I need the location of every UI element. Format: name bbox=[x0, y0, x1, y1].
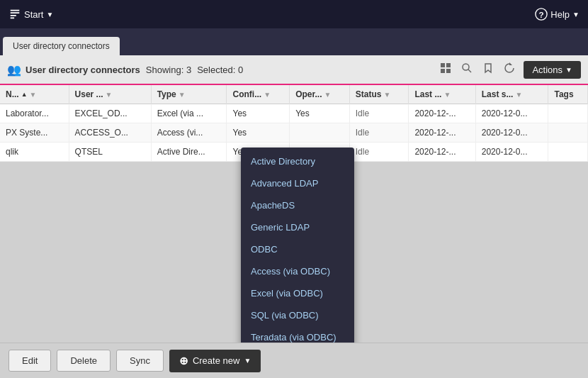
main-content: 👥 User directory connectors Showing: 3 S… bbox=[0, 55, 588, 378]
sync-button[interactable]: Sync bbox=[116, 350, 164, 372]
table-cell bbox=[290, 123, 350, 143]
nav-left: Start ▼ bbox=[9, 8, 53, 21]
col-user: User ... ▼ bbox=[69, 85, 151, 104]
table-cell: Active Dire... bbox=[151, 143, 227, 162]
table-cell: ACCESS_O... bbox=[69, 123, 151, 143]
breadcrumb-tab[interactable]: User directory connectors bbox=[3, 37, 120, 55]
table-cell: Access (vi... bbox=[151, 123, 227, 143]
table-cell: 2020-12-0... bbox=[475, 123, 548, 143]
create-new-chevron: ▼ bbox=[244, 357, 251, 365]
svg-rect-2 bbox=[441, 63, 445, 67]
dropdown-item[interactable]: Teradata (via ODBC) bbox=[241, 326, 354, 343]
table-cell: 2020-12-0... bbox=[475, 104, 548, 123]
bookmark-button[interactable] bbox=[480, 61, 497, 78]
table-cell: Yes bbox=[227, 123, 290, 143]
create-new-label: Create new bbox=[193, 355, 239, 366]
grid-view-button[interactable] bbox=[437, 61, 454, 78]
table-cell: Yes bbox=[227, 104, 290, 123]
create-new-dropdown: Active DirectoryAdvanced LDAPApacheDSGen… bbox=[241, 148, 354, 343]
table-cell: 2020-12-... bbox=[409, 104, 475, 123]
svg-line-7 bbox=[468, 70, 471, 72]
actions-button[interactable]: Actions ▼ bbox=[524, 61, 581, 79]
table-row[interactable]: Laborator...EXCEL_OD...Excel (via ...Yes… bbox=[0, 104, 588, 123]
filter-last1-icon[interactable]: ▼ bbox=[443, 91, 451, 99]
col-type: Type ▼ bbox=[151, 85, 227, 104]
toolbar: 👥 User directory connectors Showing: 3 S… bbox=[0, 55, 588, 85]
plus-icon: ⊕ bbox=[179, 355, 188, 367]
breadcrumb-tab-label: User directory connectors bbox=[13, 41, 110, 51]
dropdown-item[interactable]: Generic LDAP bbox=[241, 216, 354, 238]
refresh-button[interactable] bbox=[501, 61, 518, 78]
filter-last2-icon[interactable]: ▼ bbox=[515, 91, 522, 99]
sort-up-icon: ▲ bbox=[21, 91, 28, 98]
col-status: Status ▼ bbox=[349, 85, 409, 104]
edit-button[interactable]: Edit bbox=[9, 350, 51, 372]
col-name: N... ▲ ▼ bbox=[0, 85, 69, 104]
col-oper: Oper... ▼ bbox=[290, 85, 350, 104]
svg-text:?: ? bbox=[539, 10, 544, 19]
table-cell: 2020-12-... bbox=[409, 143, 475, 162]
table-cell: Idle bbox=[349, 123, 409, 143]
dropdown-item[interactable]: Access (via ODBC) bbox=[241, 260, 354, 282]
filter-user-icon[interactable]: ▼ bbox=[106, 91, 113, 99]
table-cell: QTSEL bbox=[69, 143, 151, 162]
toolbar-selected: Selected: 0 bbox=[197, 65, 243, 75]
table-cell: Idle bbox=[349, 143, 409, 162]
dropdown-item[interactable]: ApacheDS bbox=[241, 194, 354, 216]
search-button[interactable] bbox=[458, 61, 475, 78]
breadcrumb-bar: User directory connectors bbox=[0, 28, 588, 55]
help-label: Help bbox=[550, 9, 570, 20]
table-cell bbox=[548, 104, 588, 123]
top-nav: Start ▼ ? Help ▼ bbox=[0, 0, 588, 28]
table-cell: qlik bbox=[0, 143, 69, 162]
filter-type-icon[interactable]: ▼ bbox=[179, 91, 186, 99]
table-wrapper: N... ▲ ▼ User ... ▼ bbox=[0, 85, 588, 343]
dropdown-item[interactable]: Advanced LDAP bbox=[241, 172, 354, 194]
toolbar-icons bbox=[437, 61, 518, 78]
svg-point-6 bbox=[463, 64, 469, 70]
actions-chevron: ▼ bbox=[565, 66, 572, 74]
create-new-button[interactable]: ⊕ Create new ▼ bbox=[169, 350, 261, 372]
table-row[interactable]: PX Syste...ACCESS_O...Access (vi...YesId… bbox=[0, 123, 588, 143]
dropdown-item[interactable]: SQL (via ODBC) bbox=[241, 304, 354, 326]
table-cell: Laborator... bbox=[0, 104, 69, 123]
dropdown-item[interactable]: Excel (via ODBC) bbox=[241, 282, 354, 304]
table-cell: Idle bbox=[349, 104, 409, 123]
svg-rect-3 bbox=[446, 63, 451, 67]
delete-button[interactable]: Delete bbox=[57, 350, 111, 372]
table-cell: EXCEL_OD... bbox=[69, 104, 151, 123]
svg-marker-8 bbox=[509, 62, 512, 65]
help-button[interactable]: ? Help ▼ bbox=[535, 8, 579, 21]
help-chevron: ▼ bbox=[572, 11, 579, 18]
table-head: N... ▲ ▼ User ... ▼ bbox=[0, 85, 588, 104]
table-cell: PX Syste... bbox=[0, 123, 69, 143]
col-last2: Last s... ▼ bbox=[475, 85, 548, 104]
start-chevron: ▼ bbox=[46, 11, 53, 18]
table-cell: Excel (via ... bbox=[151, 104, 227, 123]
col-tags: Tags bbox=[548, 85, 588, 104]
col-last1: Last ... ▼ bbox=[409, 85, 475, 104]
table-cell: 2020-12-... bbox=[409, 123, 475, 143]
start-label: Start bbox=[24, 9, 43, 20]
toolbar-title-group: 👥 User directory connectors bbox=[7, 63, 140, 77]
nav-right: ? Help ▼ bbox=[535, 8, 579, 21]
svg-rect-5 bbox=[446, 69, 451, 73]
dropdown-item[interactable]: ODBC bbox=[241, 238, 354, 260]
actions-label: Actions bbox=[532, 65, 562, 75]
toolbar-title: User directory connectors bbox=[26, 65, 140, 75]
bottom-bar: Edit Delete Sync ⊕ Create new ▼ bbox=[0, 343, 588, 378]
table-cell bbox=[548, 123, 588, 143]
start-button[interactable]: Start ▼ bbox=[9, 8, 53, 21]
dropdown-item[interactable]: Active Directory bbox=[241, 150, 354, 172]
table-cell: 2020-12-0... bbox=[475, 143, 548, 162]
filter-status-icon[interactable]: ▼ bbox=[383, 91, 390, 99]
filter-oper-icon[interactable]: ▼ bbox=[324, 91, 332, 99]
filter-config-icon[interactable]: ▼ bbox=[264, 91, 271, 99]
svg-rect-4 bbox=[441, 69, 445, 73]
table-cell: Yes bbox=[290, 104, 350, 123]
table-cell bbox=[548, 143, 588, 162]
col-config: Confi... ▼ bbox=[227, 85, 290, 104]
people-icon: 👥 bbox=[7, 63, 21, 77]
filter-name-icon[interactable]: ▼ bbox=[30, 91, 37, 99]
toolbar-showing: Showing: 3 bbox=[146, 65, 191, 75]
